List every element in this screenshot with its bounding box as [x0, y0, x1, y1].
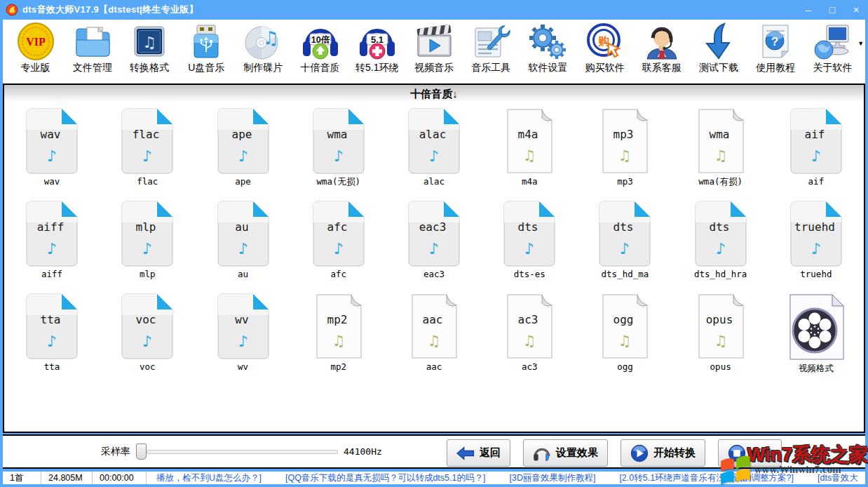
- format-tile[interactable]: mp2 ♫ mp2: [291, 292, 386, 385]
- format-tile[interactable]: mp3 ♫ mp3: [577, 107, 672, 199]
- format-tile[interactable]: tta ♪ tta: [4, 292, 100, 385]
- format-tile[interactable]: flac ♪ flac: [100, 107, 195, 199]
- toolbar-item-settings[interactable]: 软件设置: [520, 22, 576, 84]
- toolbar-item-music-tools[interactable]: 音乐工具: [463, 22, 520, 84]
- toolbar-item-buy-software[interactable]: 购 购买软件: [576, 22, 633, 84]
- format-tile[interactable]: ape ♪ ape: [195, 107, 290, 199]
- ticker-link[interactable]: [dts音效大: [818, 473, 858, 483]
- toolbar: VIP 专业版 文件管理 ♫ 转换格式 U盘音乐 ♫ 制作碟片 10倍 十倍音质…: [3, 20, 865, 84]
- toolbar-item-convert-format[interactable]: ♫ 转换格式: [121, 22, 177, 84]
- start-convert-button[interactable]: 开始转换: [621, 439, 705, 467]
- format-tile[interactable]: aac ♫ aac: [386, 292, 482, 385]
- svg-text:truehd: truehd: [794, 220, 835, 234]
- toolbar-item-test-download[interactable]: 测试下载: [690, 22, 747, 84]
- svg-text:dts: dts: [709, 220, 729, 234]
- slider-handle[interactable]: [136, 443, 147, 460]
- toolbar-item-to-51-surround[interactable]: 5.1 转5.1环绕: [348, 22, 405, 84]
- toolbar-item-tutorial[interactable]: ? 使用教程: [747, 22, 804, 84]
- button-label: 设置效果: [556, 446, 598, 460]
- close-button[interactable]: ×: [844, 0, 868, 20]
- download-arrow-icon: [699, 22, 738, 61]
- format-label: wma(无损): [316, 176, 360, 188]
- format-tile[interactable]: alac ♪ alac: [386, 107, 482, 199]
- toolbar-item-vip-edition[interactable]: VIP 专业版: [7, 22, 64, 84]
- format-tile[interactable]: 视频格式: [768, 292, 864, 385]
- format-tile[interactable]: truehd ♪ truehd: [768, 199, 864, 292]
- toolbar-item-about[interactable]: 关于软件 ▼: [804, 22, 861, 84]
- set-effects-button[interactable]: 设置效果: [523, 439, 608, 467]
- format-tile[interactable]: afc ♪ afc: [291, 199, 386, 292]
- format-tile[interactable]: au ♪ au: [195, 199, 290, 292]
- audio-file-icon: eac3 ♪: [408, 201, 460, 267]
- svg-text:au: au: [235, 220, 248, 234]
- audio-file-icon: aiff ♪: [26, 201, 78, 267]
- ticker-link[interactable]: [QQ音乐下载的是真无损吗？可以转成dts5.1的吗？]: [285, 473, 485, 483]
- format-tile[interactable]: m4a ♫ m4a: [482, 107, 577, 199]
- format-tile[interactable]: ogg ♫ ogg: [577, 292, 672, 385]
- slider-track[interactable]: [147, 450, 338, 454]
- format-tile[interactable]: wma ♫ wma(有损): [673, 107, 768, 199]
- format-label: eac3: [423, 269, 445, 279]
- svg-text:aif: aif: [804, 128, 825, 141]
- format-label: dts_hd_hra: [694, 269, 747, 279]
- toolbar-item-label: 购买软件: [585, 62, 625, 74]
- svg-text:♪: ♪: [142, 147, 152, 165]
- toolbar-item-file-manager[interactable]: 文件管理: [64, 22, 121, 84]
- audio-file-icon: wav ♪: [26, 108, 78, 174]
- folder-icon: [73, 22, 112, 61]
- format-tile[interactable]: dts ♪ dts_hd_ma: [577, 199, 672, 292]
- format-tile[interactable]: dts ♪ dts-es: [482, 199, 577, 292]
- titlebar: dts音效大师V17.9【dtstest|终生专业版】 – □ ×: [0, 0, 868, 20]
- format-label: voc: [140, 361, 156, 372]
- format-label: ac3: [522, 361, 538, 372]
- svg-text:afc: afc: [327, 220, 347, 234]
- format-tile[interactable]: aif ♪ aif: [768, 107, 864, 199]
- toolbar-item-label: 使用教程: [756, 62, 795, 74]
- convert-format-icon: ♫: [130, 22, 169, 61]
- format-tile[interactable]: voc ♪ voc: [100, 292, 195, 385]
- format-tile[interactable]: opus ♫ opus: [673, 292, 768, 385]
- format-tile[interactable]: wma ♪ wma(无损): [291, 107, 386, 199]
- toolbar-item-label: 视频音乐: [414, 62, 454, 74]
- toolbar-item-contact-support[interactable]: 联系客服: [633, 22, 690, 84]
- maximize-button[interactable]: □: [820, 0, 844, 20]
- format-label: wav: [44, 176, 60, 187]
- format-tile[interactable]: aiff ♪ aiff: [4, 199, 100, 292]
- svg-text:♫: ♫: [428, 333, 441, 349]
- format-tile[interactable]: ac3 ♫ ac3: [482, 292, 577, 385]
- usb-drive-icon: [187, 22, 226, 61]
- toolbar-item-video-music[interactable]: 视频音乐: [405, 22, 462, 84]
- minimize-button[interactable]: –: [796, 0, 820, 20]
- stop-button[interactable]: 停止: [718, 439, 782, 467]
- ticker-link[interactable]: [3D丽音效果制作教程]: [509, 473, 595, 483]
- format-tile[interactable]: dts ♪ dts_hd_hra: [673, 199, 768, 292]
- toolbar-item-usb-music[interactable]: U盘音乐: [178, 22, 235, 84]
- ticker-link[interactable]: 播放，检不到U盘怎么办？]: [156, 473, 262, 483]
- audio-file-icon: dts ♪: [503, 201, 555, 267]
- format-label: afc: [330, 269, 346, 279]
- svg-text:♫: ♫: [618, 333, 632, 349]
- chevron-down-icon[interactable]: ▼: [857, 40, 864, 47]
- back-button[interactable]: 返回: [447, 439, 510, 467]
- svg-text:♪: ♪: [334, 147, 344, 165]
- toolbar-item-burn-disc[interactable]: ♫ 制作碟片: [235, 22, 292, 84]
- svg-text:m4a: m4a: [518, 128, 538, 141]
- ticker-link[interactable]: [2.0转5.1环绕声道音乐有没默认的调整方案?]: [619, 473, 794, 483]
- format-tile[interactable]: wv ♪ wv: [195, 292, 290, 385]
- format-tile[interactable]: mlp ♪ mlp: [100, 199, 195, 292]
- toolbar-item-label: 转5.1环绕: [355, 62, 398, 74]
- svg-text:aiff: aiff: [37, 220, 65, 234]
- panel-header: 十倍音质↓: [4, 85, 864, 103]
- stop-circle-icon: [728, 444, 746, 462]
- audio-file-icon: ape ♪: [217, 108, 269, 174]
- audio-file-icon: alac ♪: [408, 108, 460, 174]
- sample-rate-slider[interactable]: [136, 443, 338, 460]
- toolbar-item-label: 制作碟片: [243, 62, 283, 74]
- effects-headphones-icon: [533, 444, 551, 462]
- buy-icon: 购: [585, 22, 625, 61]
- format-tile[interactable]: wav ♪ wav: [4, 107, 100, 199]
- format-tile[interactable]: eac3 ♪ eac3: [386, 199, 482, 292]
- svg-text:ogg: ogg: [613, 313, 634, 326]
- svg-text:wma: wma: [327, 128, 347, 141]
- toolbar-item-10x-quality[interactable]: 10倍 十倍音质: [292, 22, 348, 84]
